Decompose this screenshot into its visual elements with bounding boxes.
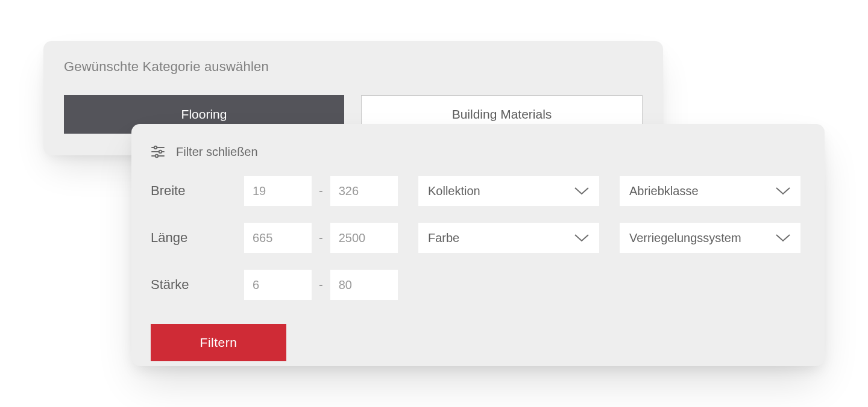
filter-submit-button[interactable]: Filtern	[151, 324, 286, 361]
breite-max-input[interactable]	[330, 176, 398, 206]
dropdown-label: Verriegelungssystem	[629, 231, 741, 245]
filter-card: Filter schließen Breite - Kollektion Abr…	[131, 124, 825, 366]
range-row-laenge: Länge -	[151, 223, 398, 253]
dropdown-label: Farbe	[428, 231, 459, 245]
dropdown-farbe[interactable]: Farbe	[418, 223, 599, 253]
chevron-down-icon	[574, 233, 590, 243]
dropdown-abriebklasse[interactable]: Abriebklasse	[620, 176, 800, 206]
laenge-max-input[interactable]	[330, 223, 398, 253]
dropdown-label: Kollektion	[428, 184, 480, 198]
dropdown-label: Abriebklasse	[629, 184, 699, 198]
chevron-down-icon	[775, 233, 791, 243]
filter-close-label: Filter schließen	[176, 145, 258, 159]
staerke-min-input[interactable]	[244, 270, 312, 300]
chevron-down-icon	[775, 186, 791, 196]
svg-point-3	[159, 151, 162, 154]
svg-point-1	[154, 146, 157, 149]
laenge-min-input[interactable]	[244, 223, 312, 253]
chevron-down-icon	[574, 186, 590, 196]
breite-min-input[interactable]	[244, 176, 312, 206]
svg-point-5	[156, 155, 159, 158]
category-title: Gewünschte Kategorie auswählen	[64, 59, 643, 75]
range-label-breite: Breite	[151, 183, 244, 199]
dash: -	[316, 278, 326, 292]
range-label-staerke: Stärke	[151, 277, 244, 293]
range-row-staerke: Stärke -	[151, 270, 398, 300]
staerke-max-input[interactable]	[330, 270, 398, 300]
dropdown-kollektion[interactable]: Kollektion	[418, 176, 599, 206]
range-label-laenge: Länge	[151, 230, 244, 246]
dash: -	[316, 231, 326, 245]
dash: -	[316, 184, 326, 198]
sliders-icon	[151, 144, 165, 159]
dropdown-verriegelung[interactable]: Verriegelungssystem	[620, 223, 800, 253]
range-row-breite: Breite -	[151, 176, 398, 206]
filter-close-button[interactable]: Filter schließen	[151, 144, 805, 159]
